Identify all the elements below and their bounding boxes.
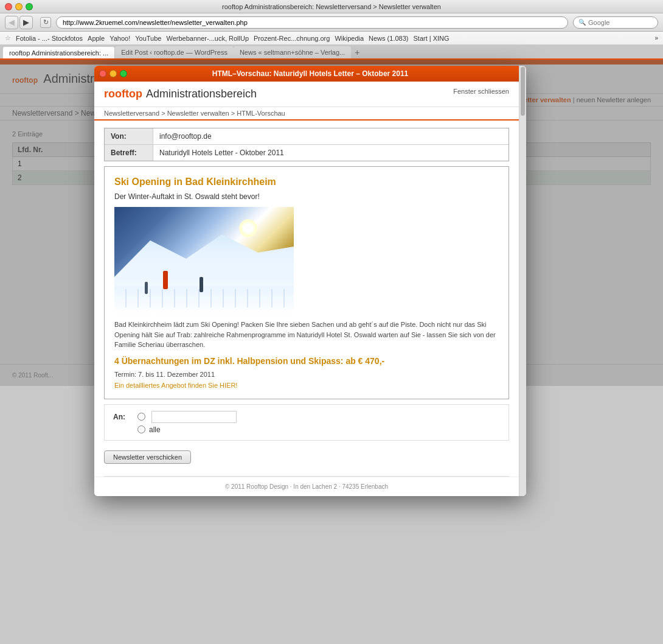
submit-section: Newsletter verschicken xyxy=(104,446,509,469)
modal-admin-title: Administrationsbereich xyxy=(146,88,257,100)
modal-logo: rooftop Administrationsbereich xyxy=(104,88,257,100)
maximize-button[interactable] xyxy=(26,3,33,10)
an-alle-row: alle xyxy=(137,425,500,434)
ski-figure1 xyxy=(163,271,168,289)
search-icon: 🔍 xyxy=(578,19,586,26)
modal-content: rooftop Administrationsbereich Fenster s… xyxy=(94,82,519,496)
browser-toolbar: ◀ ▶ ↻ 🔍 xyxy=(0,13,663,32)
modal-window-controls[interactable] xyxy=(99,70,127,77)
bookmarks-bar: ☆ Fotolia - ...- Stockfotos Apple Yahoo!… xyxy=(0,32,663,45)
newsletter-link[interactable]: Ein detailliertes Angebot finden Sie HIE… xyxy=(114,382,499,389)
tab-3[interactable]: News « seltmann+söhne – Verlag... xyxy=(234,46,351,58)
ski-tracks xyxy=(114,289,294,307)
tab-2[interactable]: Edit Post ‹ rooftop.de — WordPress xyxy=(115,46,234,58)
an-section: An: alle xyxy=(104,404,509,441)
browser-title-bar: rooftop Administrationsbereich: Newslett… xyxy=(0,0,663,13)
window-controls[interactable] xyxy=(5,3,33,10)
search-input[interactable] xyxy=(588,19,653,26)
bookmark-yahoo[interactable]: Yahoo! xyxy=(109,35,130,42)
von-row: Von: info@rooftop.de xyxy=(105,128,509,145)
an-row-1: An: xyxy=(113,411,500,423)
ski-sun xyxy=(239,219,257,237)
modal-overlay: HTML–Vorschau: Naturidyll Hotels Letter … xyxy=(0,60,663,386)
page-content: rooftop Administrationsbereich Kontakte … xyxy=(0,60,663,386)
close-button[interactable] xyxy=(5,3,12,10)
newsletter-date: Termin: 7. bis 11. Dezember 2011 xyxy=(114,371,499,378)
bookmarks-more[interactable]: » xyxy=(654,35,658,41)
reload-button[interactable]: ↻ xyxy=(40,17,51,28)
newsletter-image xyxy=(114,207,294,313)
ski-mountain xyxy=(114,228,294,289)
modal-header: rooftop Administrationsbereich Fenster s… xyxy=(94,82,519,107)
modal-window: HTML–Vorschau: Naturidyll Hotels Letter … xyxy=(94,66,526,496)
an-radio-alle[interactable] xyxy=(137,425,145,433)
tabs-bar: rooftop Administrationsbereich: ... Edit… xyxy=(0,45,663,60)
modal-scrollbar[interactable] xyxy=(519,66,526,496)
modal-breadcrumb: Newsletterversand > Newsletter verwalten… xyxy=(94,107,519,121)
newsletter-subtext: Der Winter-Auftakt in St. Oswald steht b… xyxy=(114,192,499,201)
nav-buttons[interactable]: ◀ ▶ xyxy=(5,16,33,29)
newsletter-content: Ski Opening in Bad Kleinkirchheim Der Wi… xyxy=(104,166,509,399)
modal-max-btn[interactable] xyxy=(120,70,127,77)
bookmark-fotolia[interactable]: Fotolia - ...- Stockfotos xyxy=(16,35,83,42)
bookmark-apple[interactable]: Apple xyxy=(88,35,105,42)
bookmark-prozent[interactable]: Prozent-Rec...chnung.org xyxy=(254,35,330,42)
newsletter-body: Bad Kleinkirchheim lädt zum Ski Opening!… xyxy=(114,320,499,350)
email-fields: Von: info@rooftop.de Betreff: Naturidyll… xyxy=(104,128,509,161)
submit-button[interactable]: Newsletter verschicken xyxy=(104,450,191,464)
bookmark-youtube[interactable]: YouTube xyxy=(135,35,161,42)
bookmark-news[interactable]: News (1.083) xyxy=(369,35,408,42)
ski-figure3 xyxy=(145,282,148,294)
modal-scroll-thumb[interactable] xyxy=(521,67,525,116)
bookmark-werbebanner[interactable]: Werbebanner-...uck, RollUp xyxy=(166,35,249,42)
modal-close-btn[interactable] xyxy=(99,70,106,77)
forward-button[interactable]: ▶ xyxy=(19,16,33,29)
an-label: An: xyxy=(113,413,131,421)
search-bar-container: 🔍 xyxy=(573,16,658,29)
minimize-button[interactable] xyxy=(15,3,23,10)
bookmarks-icon: ☆ xyxy=(5,34,11,42)
modal-title: HTML–Vorschau: Naturidyll Hotels Letter … xyxy=(212,69,409,78)
modal-min-btn[interactable] xyxy=(109,70,117,77)
bookmark-xing[interactable]: Start | XING xyxy=(413,35,449,42)
betreff-row: Betreff: Naturidyll Hotels Letter - Okto… xyxy=(105,145,509,161)
an-radio-specific[interactable] xyxy=(137,413,145,421)
modal-close-link[interactable]: Fenster schliessen xyxy=(453,88,509,95)
url-bar[interactable] xyxy=(56,16,568,29)
newsletter-offer: 4 Übernachtungen im DZ inkl. Halbpension… xyxy=(114,356,499,366)
modal-brand: rooftop xyxy=(104,88,142,100)
modal-footer: © 2011 Rooftop Design · In den Lachen 2 … xyxy=(94,477,519,496)
von-value: info@rooftop.de xyxy=(153,128,509,144)
tab-1[interactable]: rooftop Administrationsbereich: ... xyxy=(2,46,115,58)
ski-figure2 xyxy=(200,277,203,292)
an-text-input[interactable] xyxy=(151,411,237,423)
betreff-value: Naturidyll Hotels Letter - Oktober 2011 xyxy=(153,145,509,161)
betreff-label: Betreff: xyxy=(105,145,153,161)
newsletter-heading: Ski Opening in Bad Kleinkirchheim xyxy=(114,177,499,187)
new-tab-button[interactable]: + xyxy=(351,46,363,58)
an-alle-label: alle xyxy=(149,425,161,434)
window-title: rooftop Administrationsbereich: Newslett… xyxy=(222,3,441,10)
modal-title-bar: HTML–Vorschau: Naturidyll Hotels Letter … xyxy=(94,66,526,82)
von-label: Von: xyxy=(105,128,153,144)
back-button[interactable]: ◀ xyxy=(5,16,18,29)
bookmark-wikipedia[interactable]: Wikipedia xyxy=(335,35,364,42)
